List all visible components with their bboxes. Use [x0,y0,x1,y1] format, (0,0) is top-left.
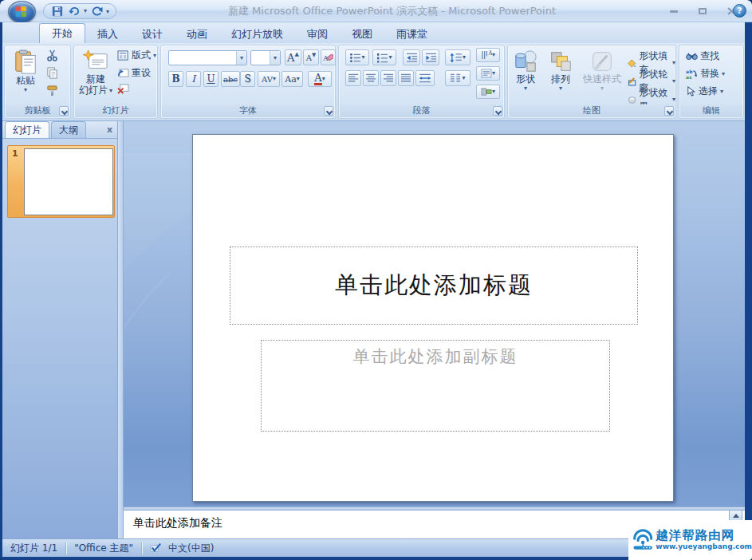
text-shadow-button[interactable]: S [240,71,255,87]
ribbon: 粘贴 ▾ [2,43,745,121]
align-text-button[interactable]: ▾ [476,66,500,81]
tab-insert[interactable]: 插入 [85,25,130,43]
quick-styles-button[interactable]: 快速样式 ▾ [580,45,624,92]
tab-design[interactable]: 设计 [130,25,175,43]
decrease-indent-button[interactable] [403,49,420,65]
office-button[interactable] [8,1,36,23]
convert-smartart-button[interactable]: ▾ [476,85,500,99]
format-painter-button[interactable] [46,85,58,97]
arrange-button[interactable]: 排列 ▾ [545,45,577,92]
character-spacing-button[interactable]: AV ▾ [258,71,280,87]
replace-button[interactable]: ab ac 替换 ▾ [686,67,725,81]
line-spacing-button[interactable]: ▾ [445,49,470,65]
align-left-button[interactable] [345,70,361,86]
slide-thumbnail-selected[interactable]: 1 [7,145,115,218]
shrink-font-button[interactable]: A▼ [303,49,319,65]
paste-dropdown[interactable]: ▾ [24,87,27,93]
shape-effects-icon [628,95,636,105]
shapes-button[interactable]: 形状 ▾ [510,45,541,92]
text-direction-button[interactable]: A ▾ [476,48,500,62]
font-size-dropdown: ▾ [274,55,277,61]
font-name-combo[interactable]: ▾ [168,50,247,65]
tab-rain-classroom[interactable]: 雨课堂 [384,25,439,43]
bold-button[interactable]: B [168,71,183,87]
bullets-dropdown: ▾ [361,54,364,61]
new-slide-dropdown[interactable]: ▾ [109,88,112,94]
save-button[interactable] [50,5,65,18]
grow-font-button[interactable]: A▲ [285,49,301,65]
maximize-button[interactable] [693,6,712,17]
undo-button[interactable] [67,5,81,18]
font-dialog-launcher[interactable] [324,106,333,116]
align-right-icon [383,73,394,83]
panel-close-button[interactable]: x [107,124,112,135]
subtitle-placeholder[interactable]: 单击此处添加副标题 [261,340,610,432]
bullets-button[interactable]: ▾ [345,49,369,65]
reset-label: 重设 [132,66,151,80]
change-case-button[interactable]: Aa ▾ [282,71,303,87]
new-slide-button[interactable]: 新建 幻灯片 ▾ [77,45,114,96]
increase-indent-button[interactable] [422,49,439,65]
shapes-icon [514,49,537,73]
layout-button[interactable]: 版式 ▾ [117,49,156,62]
tab-view[interactable]: 视图 [340,25,384,43]
title-bar: ▾ ▾ 新建 Microsoft Office PowerPoint 演示文稿 … [0,0,752,22]
align-text-dropdown: ▾ [492,70,495,77]
delete-slide-button[interactable] [117,84,132,94]
layout-dropdown: ▾ [153,53,156,59]
undo-dropdown[interactable]: ▾ [84,8,87,14]
panel-tab-slides[interactable]: 幻灯片 [5,121,49,138]
font-color-dropdown: ▾ [322,76,325,82]
grow-font-label: A [287,52,294,64]
columns-button[interactable]: ▾ [445,70,470,86]
align-right-button[interactable] [380,70,396,86]
italic-button[interactable]: I [186,71,201,87]
copy-button[interactable] [46,67,58,79]
replace-label: 替换 [700,67,719,81]
distributed-button[interactable] [415,70,435,86]
shrink-font-label: A [306,53,312,62]
title-placeholder[interactable]: 单击此处添加标题 [230,246,638,325]
tab-slideshow[interactable]: 幻灯片放映 [219,25,295,43]
slide-canvas[interactable]: 单击此处添加标题 单击此处添加副标题 [192,134,674,502]
justify-button[interactable] [398,70,414,86]
theme-name[interactable]: "Office 主题" [66,542,141,555]
distributed-icon [419,73,431,83]
quick-styles-icon [590,49,614,73]
paragraph-dialog-launcher[interactable] [493,106,502,116]
panel-tab-outline[interactable]: 大纲 [51,121,86,138]
language-status[interactable]: 中文(中国) [142,542,222,555]
copy-icon [46,67,58,79]
clear-formatting-button[interactable]: A [321,49,336,65]
font-name-dropdown: ▾ [240,55,243,61]
cut-button[interactable] [46,49,58,61]
find-icon [686,51,698,61]
reset-button[interactable]: 重设 [117,66,151,80]
tab-animations[interactable]: 动画 [175,25,219,43]
slides-panel: 幻灯片 大纲 x 1 [2,121,118,538]
undo-icon [69,6,81,17]
paste-button[interactable]: 粘贴 ▾ [10,45,41,93]
align-center-button[interactable] [363,70,379,86]
strikethrough-button[interactable]: abc [221,71,240,87]
clipboard-dialog-launcher[interactable] [59,106,69,116]
tab-review[interactable]: 审阅 [295,25,340,43]
shape-outline-icon [628,77,636,87]
tab-home[interactable]: 开始 [39,23,85,43]
redo-button[interactable] [89,5,104,18]
font-size-combo[interactable]: ▾ [250,50,281,65]
panel-splitter[interactable] [118,121,124,538]
minimize-button[interactable] [664,6,683,17]
select-label: 选择 [699,85,718,98]
find-button[interactable]: 查找 [686,49,719,63]
font-color-button[interactable]: A ▾ [308,71,332,87]
quick-styles-dropdown: ▾ [600,85,604,92]
customize-qat-button[interactable]: ▾ [106,9,109,15]
change-case-label: Aa [285,74,297,85]
select-button[interactable]: 选择 ▾ [686,85,723,98]
help-button[interactable]: ? [733,4,746,18]
numbering-button[interactable]: ▾ [372,49,396,65]
smartart-icon [481,87,492,97]
underline-button[interactable]: U [203,71,219,87]
drawing-dialog-launcher[interactable] [664,106,674,116]
